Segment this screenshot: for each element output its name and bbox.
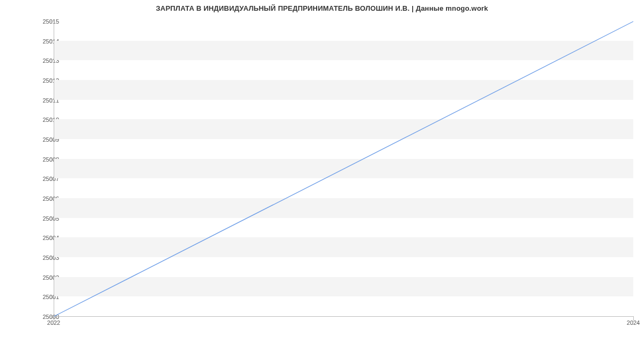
y-tick-label: 25001 xyxy=(16,294,59,300)
y-tick xyxy=(50,60,54,60)
y-tick-label: 25008 xyxy=(16,156,59,163)
y-tick xyxy=(50,277,54,277)
x-tick xyxy=(633,316,634,321)
y-tick-label: 25013 xyxy=(16,57,59,64)
x-tick xyxy=(54,316,54,321)
y-tick-label: 25005 xyxy=(16,215,59,222)
y-tick xyxy=(50,257,54,257)
chart-title: ЗАРПЛАТА В ИНДИВИДУАЛЬНЫЙ ПРЕДПРИНИМАТЕЛ… xyxy=(0,4,644,12)
y-tick-label: 25006 xyxy=(16,195,59,202)
y-tick xyxy=(50,198,54,198)
y-tick-label: 25011 xyxy=(16,97,59,104)
plot-area xyxy=(54,21,633,317)
y-tick xyxy=(50,217,54,218)
y-tick-label: 25007 xyxy=(16,176,59,182)
y-tick-label: 25003 xyxy=(16,255,59,261)
y-tick xyxy=(50,237,54,237)
y-tick-label: 25014 xyxy=(16,38,59,45)
y-tick xyxy=(50,99,54,100)
y-tick xyxy=(50,158,54,159)
y-tick xyxy=(50,40,54,41)
y-tick-label: 25010 xyxy=(16,117,59,123)
y-tick-label: 25004 xyxy=(16,235,59,241)
y-tick xyxy=(50,21,54,21)
y-tick-label: 25012 xyxy=(16,77,59,84)
line-series xyxy=(54,21,633,316)
y-tick xyxy=(50,178,54,178)
salary-line-chart: ЗАРПЛАТА В ИНДИВИДУАЛЬНЫЙ ПРЕДПРИНИМАТЕЛ… xyxy=(0,0,644,333)
y-tick xyxy=(50,119,54,119)
series-line xyxy=(54,21,633,316)
y-tick xyxy=(50,79,54,80)
y-tick-label: 25002 xyxy=(16,274,59,281)
y-tick xyxy=(50,296,54,296)
y-tick xyxy=(50,139,54,139)
y-tick-label: 25015 xyxy=(16,18,59,25)
y-tick-label: 25009 xyxy=(16,136,59,143)
